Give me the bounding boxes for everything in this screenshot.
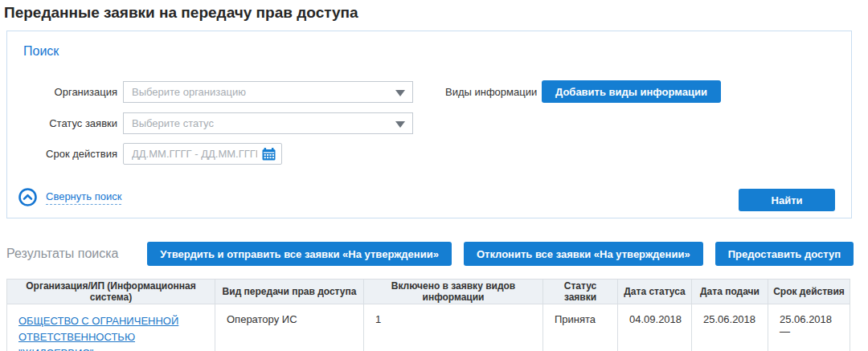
results-table: Организация/ИП (Информационная система) …	[6, 279, 850, 351]
collapse-search-control[interactable]: Свернуть поиск	[18, 188, 121, 206]
validity-label: Срок действия	[7, 143, 117, 165]
organization-placeholder: Выберите организацию	[132, 86, 246, 98]
col-header-transfer-type: Вид передачи прав доступа	[215, 280, 364, 304]
status-date-cell: 04.09.2018	[618, 304, 692, 351]
validity-daterange-input[interactable]: ДД.ММ.ГГГГ - ДД.ММ.ГГГГ	[123, 143, 282, 165]
status-label: Статус заявки	[7, 112, 117, 134]
col-header-validity: Срок действия	[768, 280, 850, 304]
status-cell: Принята	[543, 304, 618, 351]
table-header-row: Организация/ИП (Информационная система) …	[7, 280, 850, 304]
col-header-status: Статус заявки	[543, 280, 618, 304]
organization-select[interactable]: Выберите организацию	[123, 81, 413, 103]
info-types-label: Виды информации	[445, 81, 537, 103]
grant-access-button[interactable]: Предоставить доступ	[715, 242, 854, 266]
col-header-submit-date: Дата подачи	[692, 280, 768, 304]
organization-link[interactable]: ОБЩЕСТВО С ОГРАНИЧЕННОЙ ОТВЕТСТВЕННОСТЬЮ…	[18, 315, 178, 351]
chevron-down-icon	[395, 90, 405, 96]
calendar-icon[interactable]	[262, 148, 276, 164]
validity-placeholder: ДД.ММ.ГГГГ - ДД.ММ.ГГГГ	[132, 148, 257, 160]
find-button[interactable]: Найти	[739, 189, 835, 211]
status-placeholder: Выберите статус	[132, 117, 214, 129]
circle-chevron-up-icon[interactable]	[18, 188, 37, 206]
col-header-organization: Организация/ИП (Информационная система)	[7, 280, 215, 304]
collapse-search-link[interactable]: Свернуть поиск	[46, 190, 121, 205]
page-title: Переданные заявки на передачу прав досту…	[4, 4, 358, 22]
add-info-types-button[interactable]: Добавить виды информации	[542, 80, 721, 103]
chevron-down-icon	[395, 121, 405, 128]
col-header-status-date: Дата статуса	[618, 280, 692, 304]
table-row: ОБЩЕСТВО С ОГРАНИЧЕННОЙ ОТВЕТСТВЕННОСТЬЮ…	[7, 304, 850, 351]
approve-all-button[interactable]: Утвердить и отправить все заявки «На утв…	[147, 242, 452, 266]
search-panel: Поиск Организация Выберите организацию С…	[6, 31, 852, 218]
search-section-title: Поиск	[23, 44, 59, 59]
validity-cell: 25.06.2018 —	[768, 304, 850, 351]
status-select[interactable]: Выберите статус	[123, 112, 413, 134]
submit-date-cell: 25.06.2018	[692, 304, 768, 351]
access-rights-transfer-page: Переданные заявки на передачу прав досту…	[0, 0, 868, 351]
reject-all-button[interactable]: Отклонить все заявки «На утверждении»	[464, 242, 703, 266]
results-section-title: Результаты поиска	[6, 247, 118, 261]
info-types-count-cell: 1	[364, 304, 543, 351]
results-bar: Результаты поиска Утвердить и отправить …	[6, 242, 854, 267]
organization-cell: ОБЩЕСТВО С ОГРАНИЧЕННОЙ ОТВЕТСТВЕННОСТЬЮ…	[7, 304, 215, 351]
transfer-type-cell: Оператору ИС	[215, 304, 364, 351]
results-actions: Утвердить и отправить все заявки «На утв…	[147, 242, 854, 266]
organization-label: Организация	[7, 81, 117, 103]
col-header-info-types-count: Включено в заявку видов информации	[364, 280, 543, 304]
